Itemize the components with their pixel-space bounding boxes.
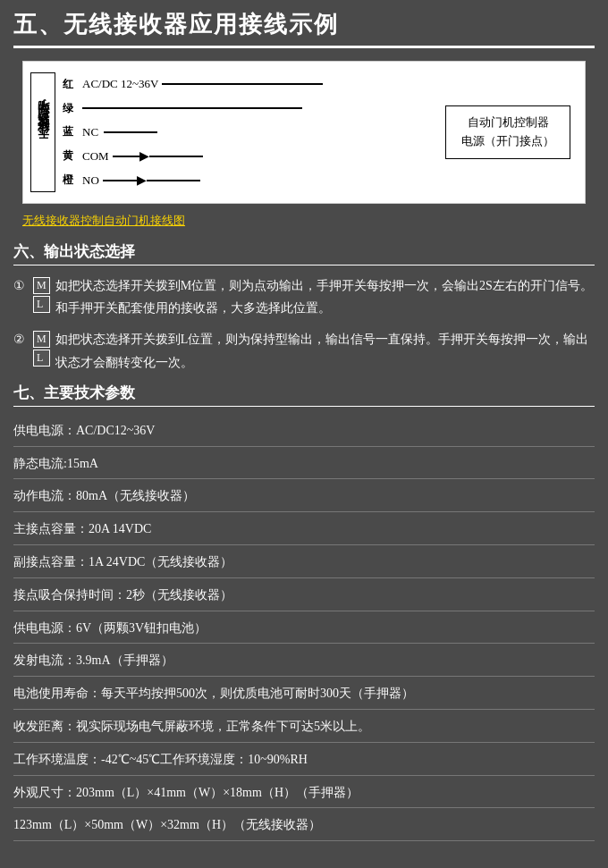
- spec-3: 主接点容量：20A 14VDC: [13, 514, 595, 545]
- mode1-block: ① M L 如把状态选择开关拨到M位置，则为点动输出，手押开关每按押一次，会输出…: [13, 274, 595, 319]
- mode2-number: ②: [13, 328, 30, 350]
- mode1-switch-m: M: [33, 277, 50, 294]
- page-title: 五、无线接收器应用接线示例: [13, 9, 595, 48]
- wire-row-green: 绿: [63, 101, 436, 116]
- spec-5: 接点吸合保持时间：2秒（无线接收器）: [13, 580, 595, 611]
- controller-box: 自动门机控制器电源（开门接点）: [436, 72, 570, 192]
- spec-10: 工作环境温度：-42℃~45℃工作环境湿度：10~90%RH: [13, 745, 595, 776]
- spec-8: 电池使用寿命：每天平均按押500次，则优质电池可耐时300天（手押器）: [13, 678, 595, 710]
- spec-4: 副接点容量：1A 24VDC（无线接收器）: [13, 547, 595, 578]
- section6-content: ① M L 如把状态选择开关拨到M位置，则为点动输出，手押开关每按押一次，会输出…: [13, 274, 595, 374]
- section7-title: 七、主要技术参数: [13, 383, 595, 407]
- spec-9: 收发距离：视实际现场电气屏蔽环境，正常条件下可达5米以上。: [13, 712, 595, 743]
- wire-color-orange: 橙: [63, 173, 82, 188]
- spec-12: 123mm（L）×50mm（W）×32mm（H）（无线接收器）: [13, 810, 595, 841]
- wire-row-red: 红 AC/DC 12~36V: [63, 77, 436, 92]
- spec-7: 发射电流：3.9mA（手押器）: [13, 645, 595, 677]
- mode2-switch: M L: [33, 330, 50, 367]
- mode2-switch-l: L: [33, 350, 50, 367]
- section6-title: 六、输出状态选择: [13, 241, 595, 265]
- wire-color-blue: 蓝: [63, 124, 82, 139]
- spec-11: 外观尺寸：203mm（L）×41mm（W）×18mm（H）（手押器）: [13, 778, 595, 809]
- vertical-label: 无线接收器控制端子: [30, 72, 55, 192]
- wire-color-red: 红: [63, 77, 82, 92]
- spec-2: 动作电流：80mA（无线接收器）: [13, 481, 595, 512]
- wire-color-yellow: 黄: [63, 148, 82, 164]
- mode2-block: ② M L 如把状态选择开关拨到L位置，则为保持型输出，输出信号一直保持。手押开…: [13, 328, 595, 373]
- wiring-diagram: 无线接收器控制端子 红 AC/DC 12~36V 绿 蓝 NC 黄 COM ▶: [22, 61, 586, 204]
- wire-row-blue: 蓝 NC: [63, 124, 436, 139]
- spec-1: 静态电流:15mA: [13, 449, 595, 480]
- mode1-text: 如把状态选择开关拨到M位置，则为点动输出，手押开关每按押一次，会输出2S左右的开…: [55, 274, 595, 319]
- spec-0: 供电电源：AC/DC12~36V: [13, 416, 595, 447]
- mode2-text: 如把状态选择开关拨到L位置，则为保持型输出，输出信号一直保持。手押开关每按押一次…: [55, 328, 595, 373]
- wire-row-orange: 橙 NO ▶: [63, 173, 436, 188]
- controller-label: 自动门机控制器电源（开门接点）: [445, 105, 570, 159]
- mode1-switch: M L: [33, 276, 50, 314]
- mode1-number: ①: [13, 274, 30, 297]
- wire-color-green: 绿: [63, 101, 82, 116]
- mode2-switch-m: M: [33, 331, 50, 348]
- spec-6: 供电电源：6V（两颗3V钮扣电池）: [13, 613, 595, 645]
- wire-row-yellow: 黄 COM ▶: [63, 148, 436, 164]
- specs-list: 供电电源：AC/DC12~36V 静态电流:15mA 动作电流：80mA（无线接…: [13, 416, 595, 841]
- mode1-switch-l: L: [33, 296, 50, 313]
- diagram-caption: 无线接收器控制自动门机接线图: [22, 213, 586, 229]
